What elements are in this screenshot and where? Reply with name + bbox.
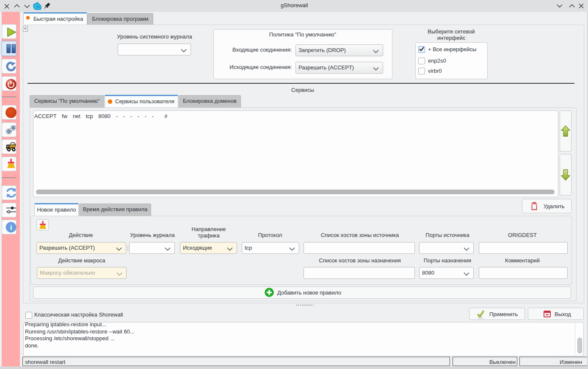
svg-text:i: i (10, 223, 12, 231)
